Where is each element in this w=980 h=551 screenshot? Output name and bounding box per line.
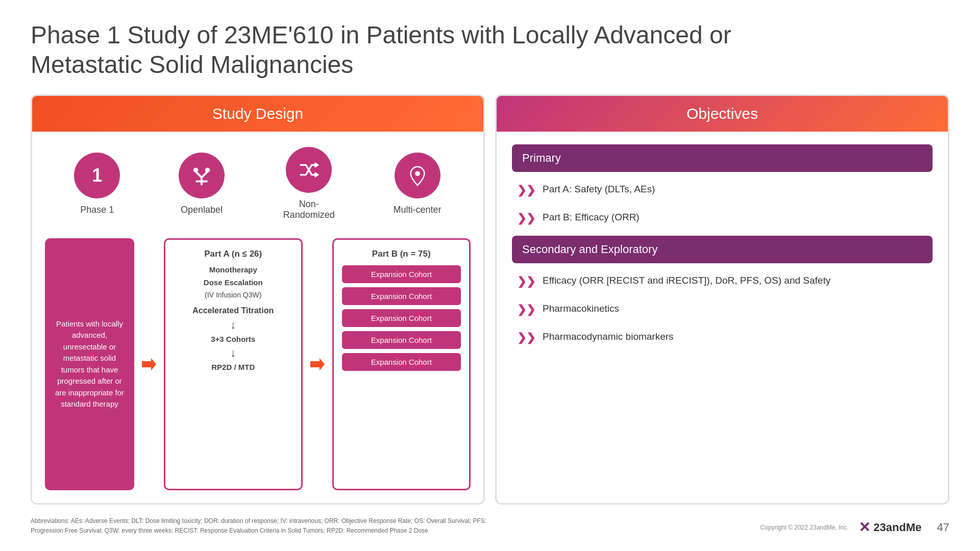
antibody-icon bbox=[190, 164, 213, 187]
icon-nonrandomized: Non-Randomized bbox=[283, 147, 335, 220]
chevron-icon-2: ❯❯ bbox=[517, 212, 535, 225]
arrow-to-partb bbox=[310, 238, 325, 490]
chevron-icon-4: ❯❯ bbox=[517, 303, 535, 316]
objectives-body: Primary ❯❯ Part A: Safety (DLTs, AEs) ❯❯… bbox=[497, 132, 948, 503]
location-icon bbox=[406, 164, 429, 187]
part-a-cohorts: 3+3 Cohorts bbox=[211, 335, 255, 343]
logo-x-icon: ✕ bbox=[859, 519, 870, 536]
part-a-detail2: Dose Escalation bbox=[204, 278, 263, 287]
chevron-icon-5: ❯❯ bbox=[517, 331, 535, 344]
title-line1: Phase 1 Study of 23ME'610 in Patients wi… bbox=[31, 21, 731, 48]
footer-right: Copyright © 2022 23andMe, Inc. ✕ 23andMe… bbox=[760, 519, 949, 536]
secondary-item-2: ❯❯ Pharmacokinetics bbox=[512, 299, 933, 319]
chevron-icon-1: ❯❯ bbox=[517, 184, 535, 197]
svg-line-2 bbox=[196, 171, 202, 178]
secondary-item-3: ❯❯ Pharmacodynamic biomarkers bbox=[512, 327, 933, 347]
right-arrow-icon bbox=[142, 357, 156, 371]
icon-openlabel: Openlabel bbox=[179, 153, 225, 215]
footer: Abbreviations: AEs: Adverse Events; DLT:… bbox=[31, 512, 949, 536]
arrow-to-parta bbox=[142, 238, 156, 490]
part-b-box: Part B (n = 75) Expansion Cohort Expansi… bbox=[332, 238, 471, 490]
flow-row: Patients with locally advanced, unresect… bbox=[45, 238, 471, 490]
secondary-item-1: ❯❯ Efficacy (ORR [RECIST and iRECIST]), … bbox=[512, 271, 933, 291]
title-line2: Metastatic Solid Malignancies bbox=[31, 51, 353, 78]
phase1-label: Phase 1 bbox=[80, 205, 114, 215]
part-a-section: Accelerated Titration bbox=[192, 306, 274, 315]
objectives-title: Objectives bbox=[512, 105, 933, 122]
svg-point-4 bbox=[193, 167, 199, 172]
openlabel-label: Openlabel bbox=[181, 205, 223, 215]
icon-phase1: 1 Phase 1 bbox=[74, 153, 120, 215]
objectives-header: Objectives bbox=[497, 96, 948, 132]
page-number: 47 bbox=[937, 521, 949, 534]
page-container: Phase 1 Study of 23ME'610 in Patients wi… bbox=[0, 0, 980, 551]
nonrandomized-label: Non-Randomized bbox=[283, 199, 335, 220]
footer-logo: ✕ 23andMe bbox=[859, 519, 921, 536]
study-design-body: 1 Phase 1 bbox=[32, 132, 483, 503]
svg-point-5 bbox=[205, 167, 210, 172]
primary-item-1: ❯❯ Part A: Safety (DLTs, AEs) bbox=[512, 180, 933, 200]
study-design-title: Study Design bbox=[47, 105, 468, 122]
primary-item-1-text: Part A: Safety (DLTs, AEs) bbox=[543, 183, 655, 196]
expansion-cohort-5: Expansion Cohort bbox=[342, 353, 461, 371]
chevron-icon-3: ❯❯ bbox=[517, 275, 535, 288]
part-a-box: Part A (n ≤ 26) Monotherapy Dose Escalat… bbox=[164, 238, 303, 490]
page-title: Phase 1 Study of 23ME'610 in Patients wi… bbox=[31, 20, 949, 79]
expansion-cohort-1: Expansion Cohort bbox=[342, 265, 461, 283]
primary-header: Primary bbox=[512, 144, 933, 172]
main-content: Study Design 1 Phase 1 bbox=[31, 94, 949, 504]
icons-row: 1 Phase 1 bbox=[45, 147, 471, 220]
multicenter-circle bbox=[395, 153, 440, 198]
down-arrow2: ↓ bbox=[230, 347, 236, 359]
shuffle-icon bbox=[297, 158, 321, 182]
svg-line-3 bbox=[202, 171, 208, 178]
right-arrow2-icon bbox=[310, 357, 325, 371]
footer-copyright: Copyright © 2022 23andMe, Inc. bbox=[760, 524, 848, 531]
openlabel-circle bbox=[179, 153, 225, 198]
secondary-item-3-text: Pharmacodynamic biomarkers bbox=[543, 330, 674, 344]
secondary-item-2-text: Pharmacokinetics bbox=[543, 302, 619, 316]
phase1-number: 1 bbox=[92, 165, 102, 186]
logo-text: 23andMe bbox=[873, 521, 921, 534]
primary-item-2: ❯❯ Part B: Efficacy (ORR) bbox=[512, 208, 933, 228]
study-design-header: Study Design bbox=[32, 96, 483, 132]
secondary-item-1-text: Efficacy (ORR [RECIST and iRECIST]), DoR… bbox=[543, 274, 830, 288]
patients-text: Patients with locally advanced, unresect… bbox=[52, 318, 127, 410]
multicenter-label: Multi-center bbox=[394, 205, 442, 215]
primary-item-2-text: Part B: Efficacy (ORR) bbox=[543, 211, 640, 224]
part-a-endpoint: RP2D / MTD bbox=[211, 363, 255, 371]
part-a-detail3: (IV Infusion Q3W) bbox=[205, 291, 261, 299]
down-arrow1: ↓ bbox=[230, 319, 236, 331]
part-a-detail1: Monotherapy bbox=[209, 265, 257, 274]
expansion-cohort-3: Expansion Cohort bbox=[342, 309, 461, 327]
nonrandomized-circle bbox=[286, 147, 332, 193]
part-b-title: Part B (n = 75) bbox=[372, 249, 431, 259]
svg-marker-7 bbox=[142, 358, 156, 370]
svg-point-6 bbox=[415, 171, 420, 176]
secondary-header: Secondary and Exploratory bbox=[512, 236, 933, 263]
footer-abbreviations: Abbreviations: AEs: Adverse Events; DLT:… bbox=[31, 516, 490, 536]
study-design-panel: Study Design 1 Phase 1 bbox=[31, 94, 485, 504]
phase1-circle: 1 bbox=[74, 153, 120, 198]
icon-multicenter: Multi-center bbox=[394, 153, 442, 215]
objectives-panel: Objectives Primary ❯❯ Part A: Safety (DL… bbox=[495, 94, 949, 504]
expansion-cohort-2: Expansion Cohort bbox=[342, 287, 461, 305]
expansion-cohort-4: Expansion Cohort bbox=[342, 331, 461, 349]
part-a-title: Part A (n ≤ 26) bbox=[204, 249, 262, 259]
patients-box: Patients with locally advanced, unresect… bbox=[45, 238, 134, 490]
svg-marker-8 bbox=[310, 358, 325, 370]
